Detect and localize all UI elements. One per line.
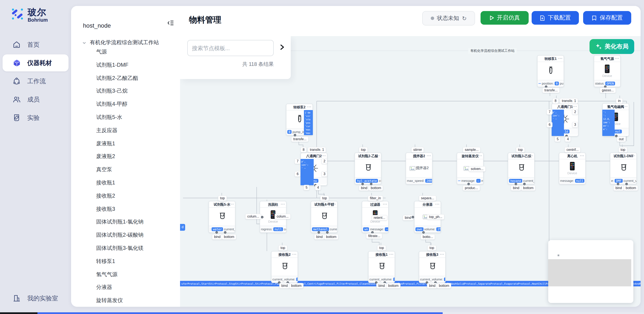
port-label-bottom[interactable]: bottom xyxy=(386,283,401,289)
port-label-botto[interactable]: botto... xyxy=(420,234,435,240)
flow-canvas[interactable]: 有机化学流程综合测试工作站 sferProtocol,StartStirProt… xyxy=(180,36,640,307)
node-menu-icon[interactable]: ••• xyxy=(383,203,387,206)
node-menu-icon[interactable]: ••• xyxy=(478,154,482,158)
port-label-8[interactable]: 8 xyxy=(300,147,307,153)
scrollbar-thumb[interactable] xyxy=(38,312,443,314)
port-label-bottom[interactable]: bottom xyxy=(324,234,338,240)
port-label-bind[interactable]: bind xyxy=(279,283,290,289)
chevron-down-icon[interactable] xyxy=(82,41,86,45)
port-label-5[interactable]: 5 xyxy=(554,136,561,142)
port-label-bottom[interactable]: bottom xyxy=(222,234,236,240)
port-dot-icon[interactable]: › xyxy=(326,231,328,234)
tree-item[interactable]: 分液器 xyxy=(96,284,112,291)
tree-item[interactable]: 废液瓶2 xyxy=(96,153,115,160)
node-menu-icon[interactable]: ••• xyxy=(623,105,628,108)
minimap-viewport[interactable] xyxy=(548,259,631,286)
search-input[interactable] xyxy=(187,40,274,56)
node-reagent-bottle-3[interactable]: 试剂瓶3-己烷•••hexanecurrent_v›› xyxy=(508,153,534,184)
port-label-out[interactable]: out xyxy=(617,136,626,142)
node-menu-icon[interactable]: ••• xyxy=(307,105,312,109)
port-label-top[interactable]: top xyxy=(427,245,436,251)
tree-item[interactable]: 固体试剂瓶2-碳酸钠 xyxy=(96,232,144,239)
port-label-bind[interactable]: bind xyxy=(212,234,222,240)
node-eight-way-valve-1[interactable]: 八通阀门1•••status:Idp',ion':' ┄› xyxy=(552,103,578,136)
port-label-bottom[interactable]: bottom xyxy=(624,185,638,191)
node-reagent-bottle-1[interactable]: 试剂瓶1-DMF•••e:DMFcurrent_vol›› xyxy=(610,153,637,184)
sidebar-item-5[interactable]: 实验 xyxy=(2,109,68,126)
port-label-bottom[interactable]: bottom xyxy=(289,283,304,289)
tree-item[interactable]: 试剂瓶5-水 xyxy=(96,114,122,121)
sidebar-item-3[interactable]: 工作流 xyxy=(2,73,68,90)
node-menu-icon[interactable]: ••• xyxy=(281,203,285,206)
node-menu-icon[interactable]: ••• xyxy=(573,105,577,108)
download-config-button[interactable]: 下载配置 xyxy=(532,11,579,25)
port-label-produc[interactable]: produc... xyxy=(463,185,480,191)
port-dot-icon[interactable]: ‹ xyxy=(412,216,414,218)
port-label-3[interactable]: 3 xyxy=(321,171,328,177)
tree-item[interactable]: 废液瓶1 xyxy=(96,140,115,147)
node-receiver-bottle-3[interactable]: 接收瓶3•••current_volume:0›› xyxy=(419,251,446,283)
port-label-bind[interactable]: bind xyxy=(613,185,624,191)
port-label-transfe1[interactable]: transfe. 1 xyxy=(560,98,578,104)
node-menu-icon[interactable]: ••• xyxy=(529,154,533,158)
node-receiver-bottle-2[interactable]: 接收瓶2•••current_volume:0›› xyxy=(271,251,298,283)
port-label-4[interactable]: 4 xyxy=(315,185,321,190)
tree-item[interactable]: 试剂瓶4-甲醇 xyxy=(96,101,128,108)
tree-item[interactable]: 固体试剂瓶3-氯化镁 xyxy=(96,245,144,252)
port-label-2[interactable]: 2 xyxy=(321,158,328,164)
tree-item[interactable]: 气源 xyxy=(96,48,107,56)
node-hydrogen-gas-source[interactable]: 氢气气源•••Devicestatus:OPEN› xyxy=(594,55,620,87)
port-label-separa[interactable]: separa... xyxy=(419,195,436,201)
port-label-centrif[interactable]: centrif... xyxy=(564,147,581,153)
node-reagent-bottle-2[interactable]: 试剂瓶2-乙酸乙酯•••hyl_acetatecurre›› xyxy=(354,153,382,184)
node-menu-icon[interactable]: ••• xyxy=(427,154,431,158)
port-label-5[interactable]: 5 xyxy=(304,185,310,190)
port-label-stirrer[interactable]: stirrer xyxy=(411,147,424,153)
tree-item[interactable]: 固体试剂瓶1-氯化钠 xyxy=(96,219,144,226)
port-label-2[interactable]: 2 xyxy=(572,109,578,115)
port-label-sample[interactable]: sample... xyxy=(463,147,481,153)
port-dot-icon[interactable]: ‹ xyxy=(261,216,264,218)
port-label-8[interactable]: 8 xyxy=(552,98,559,104)
port-label-transfe1[interactable]: transfe. 1 xyxy=(308,147,326,153)
port-label-bottom[interactable]: bottom xyxy=(521,185,536,191)
logo[interactable]: 玻尔 Bohrium xyxy=(11,8,48,23)
port-label-filtrate[interactable]: filtrate... xyxy=(366,233,382,239)
sidebar-item-2[interactable]: 仪器耗材 xyxy=(2,54,68,71)
port-label-bind[interactable]: bind xyxy=(427,283,438,289)
port-label-6[interactable]: 6 xyxy=(546,122,553,128)
port-label-7[interactable]: 7 xyxy=(546,109,553,115)
node-eight-way-valve-2[interactable]: 八通阀门2•••status:nup',ion':' ┄› xyxy=(300,153,327,186)
node-h2-solenoid-valve[interactable]: 氢气电磁阀•••Devicestatus:nul':':12.0,ime':en… xyxy=(602,103,629,136)
port-label-transfe[interactable]: transfe... xyxy=(291,136,308,142)
tree-item[interactable]: 旋转蒸发仪 xyxy=(96,297,123,304)
port-label-in[interactable]: in xyxy=(616,98,623,104)
port-label-bind[interactable]: bind xyxy=(511,185,522,191)
tree-item[interactable]: 接收瓶3 xyxy=(96,205,115,213)
port-label-3[interactable]: 3 xyxy=(572,122,578,128)
port-label-gasso[interactable]: gasso... xyxy=(600,88,616,93)
port-label-transfe[interactable]: transfe... xyxy=(542,88,560,93)
status-badge[interactable]: 状态未知 ↻ xyxy=(422,11,475,25)
port-dot-icon[interactable]: › xyxy=(370,183,372,185)
port-label-top[interactable]: top xyxy=(377,245,386,251)
minimap[interactable] xyxy=(548,240,633,303)
tree-item[interactable]: 试剂瓶2-乙酸乙酯 xyxy=(96,75,138,82)
tree-item[interactable]: 试剂瓶3-己烷 xyxy=(96,88,128,95)
search-submit-icon[interactable] xyxy=(279,44,287,52)
tree-item[interactable]: 接收瓶1 xyxy=(96,179,115,186)
port-label-6[interactable]: 6 xyxy=(294,171,301,177)
port-label-top[interactable]: top xyxy=(278,245,287,251)
tree-item[interactable]: 主反应器 xyxy=(96,127,118,134)
port-label-top[interactable]: top xyxy=(516,147,525,153)
beautify-layout-button[interactable]: 美化布局 xyxy=(590,39,634,54)
port-label-top[interactable]: top xyxy=(618,147,628,153)
node-reagent-bottle-5[interactable]: 试剂瓶5-水•••:watercurrent_v›› xyxy=(208,201,236,233)
port-label-top_ph[interactable]: top_ph... xyxy=(427,214,444,220)
sidebar-item-my-lab[interactable]: 我的实验室 xyxy=(2,290,68,307)
node-menu-icon[interactable]: ••• xyxy=(615,57,619,60)
node-menu-icon[interactable]: ••• xyxy=(292,253,297,256)
port-label-top[interactable]: top xyxy=(359,147,368,153)
port-label-top[interactable]: top xyxy=(320,195,329,201)
port-label-colum[interactable]: colum... xyxy=(245,214,261,219)
